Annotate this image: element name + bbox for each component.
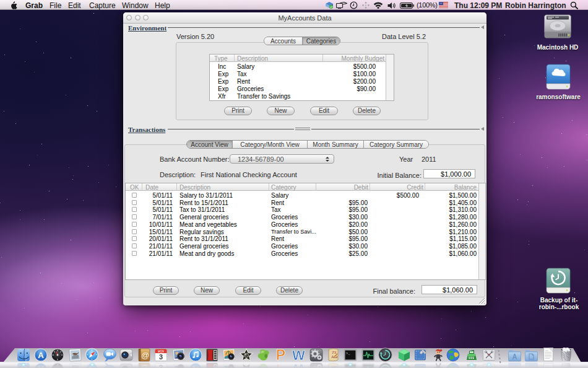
svg-text:3: 3 xyxy=(159,353,163,361)
svg-text:P: P xyxy=(276,348,285,362)
svg-text:W: W xyxy=(292,348,305,362)
svg-text:@: @ xyxy=(141,351,149,360)
svg-text:>_: >_ xyxy=(346,351,350,356)
svg-text:A: A xyxy=(38,351,44,360)
svg-text:MON: MON xyxy=(158,350,165,353)
